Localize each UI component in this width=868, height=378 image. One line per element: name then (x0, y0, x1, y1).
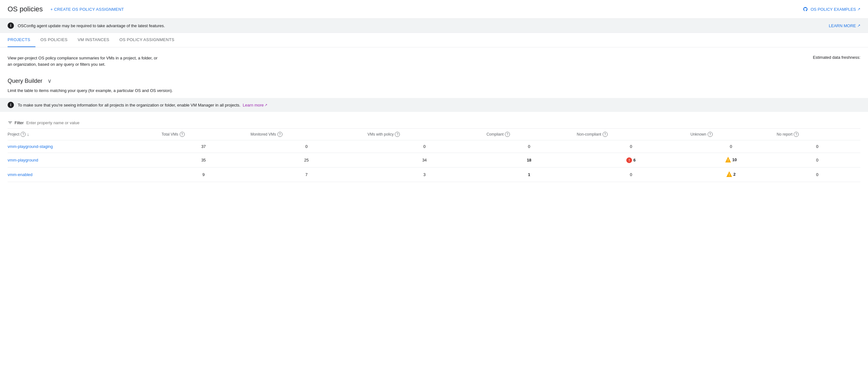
warning-badge: ! 2 (726, 171, 736, 177)
cell-unknown: ! 2 (688, 168, 774, 182)
page-title: OS policies (8, 5, 43, 13)
tabs-container: PROJECTS OS POLICIES VM INSTANCES OS POL… (0, 33, 868, 47)
cell-non-compliant: 0 (574, 140, 688, 153)
info-icon-secondary: i (8, 102, 14, 108)
cell-vms-with-policy: 34 (365, 153, 484, 168)
secondary-banner-text: To make sure that you're seeing informat… (18, 103, 267, 107)
table-row: vmm-enabled97310! 20 (8, 168, 860, 182)
th-monitored-vms: Monitored VMs ? (248, 129, 365, 140)
filter-icon (8, 120, 13, 125)
project-link[interactable]: vmm-playground (8, 158, 38, 163)
description-text: View per-project OS policy compliance su… (8, 55, 159, 67)
cell-monitored-vms: 25 (248, 153, 365, 168)
banner-text: OSConfig agent update may be required to… (18, 23, 829, 28)
filter-input[interactable] (26, 121, 860, 125)
cell-monitored-vms: 7 (248, 168, 365, 182)
header-right: OS POLICY EXAMPLES ↗ (803, 7, 860, 12)
info-icon: i (8, 23, 14, 29)
cell-project: vmm-playground-staging (8, 140, 159, 153)
query-builder-title: Query Builder (8, 78, 42, 84)
cell-no-report: 0 (774, 168, 860, 182)
cell-monitored-vms: 0 (248, 140, 365, 153)
main-content: View per-project OS policy compliance su… (0, 47, 868, 182)
help-icon-vms-with-policy[interactable]: ? (395, 132, 400, 137)
description-row: View per-project OS policy compliance su… (8, 55, 860, 67)
query-builder-header[interactable]: Query Builder ∨ (8, 75, 860, 87)
help-icon-total-vms[interactable]: ? (180, 132, 185, 137)
tab-projects[interactable]: PROJECTS (8, 33, 35, 47)
data-table: Project ? ↓ Total VMs ? Monitored VMs ? (8, 129, 860, 182)
query-builder-section: Query Builder ∨ Limit the table to items… (8, 75, 860, 93)
cell-total-vms: 35 (159, 153, 248, 168)
cell-no-report: 0 (774, 153, 860, 168)
tab-os-policies[interactable]: OS POLICIES (35, 33, 73, 47)
cell-vms-with-policy: 0 (365, 140, 484, 153)
th-total-vms: Total VMs ? (159, 129, 248, 140)
th-no-report: No report ? (774, 129, 860, 140)
external-link-icon: ↗ (857, 7, 860, 11)
warning-badge: ! 10 (725, 157, 737, 163)
help-icon-no-report[interactable]: ? (794, 132, 799, 137)
github-icon (803, 7, 808, 12)
cell-non-compliant: ! 6 (574, 153, 688, 168)
cell-total-vms: 9 (159, 168, 248, 182)
table-row: vmm-playground35253418! 6! 100 (8, 153, 860, 168)
tab-vm-instances[interactable]: VM INSTANCES (72, 33, 114, 47)
cell-unknown: 0 (688, 140, 774, 153)
cell-non-compliant: 0 (574, 168, 688, 182)
query-builder-subtitle: Limit the table to items matching your q… (8, 88, 860, 93)
secondary-info-banner: i To make sure that you're seeing inform… (0, 98, 868, 112)
project-link[interactable]: vmm-playground-staging (8, 144, 53, 149)
create-os-policy-button[interactable]: + CREATE OS POLICY ASSIGNMENT (50, 7, 124, 12)
chevron-down-icon: ∨ (48, 77, 52, 84)
os-policy-examples-link[interactable]: OS POLICY EXAMPLES ↗ (803, 7, 860, 12)
table-row: vmm-playground-staging37000000 (8, 140, 860, 153)
th-project: Project ? ↓ (8, 129, 159, 140)
project-link[interactable]: vmm-enabled (8, 172, 33, 177)
cell-compliant: 1 (484, 168, 574, 182)
cell-project: vmm-enabled (8, 168, 159, 182)
th-compliant: Compliant ? (484, 129, 574, 140)
filter-row: Filter (8, 117, 860, 129)
help-icon-unknown[interactable]: ? (708, 132, 713, 137)
sort-icon-project[interactable]: ↓ (27, 132, 29, 137)
cell-project: vmm-playground (8, 153, 159, 168)
external-link-icon: ↗ (857, 23, 860, 28)
cell-vms-with-policy: 3 (365, 168, 484, 182)
help-icon-compliant[interactable]: ? (505, 132, 510, 137)
data-freshness-label: Estimated data freshness: (813, 55, 860, 60)
table-header-row: Project ? ↓ Total VMs ? Monitored VMs ? (8, 129, 860, 140)
help-icon-monitored-vms[interactable]: ? (277, 132, 282, 137)
th-unknown: Unknown ? (688, 129, 774, 140)
filter-label-group: Filter (8, 120, 24, 125)
learn-more-inline-link[interactable]: Learn more ↗ (243, 103, 267, 107)
page-header: OS policies + CREATE OS POLICY ASSIGNMEN… (0, 0, 868, 19)
top-info-banner: i OSConfig agent update may be required … (0, 19, 868, 33)
learn-more-link[interactable]: LEARN MORE ↗ (829, 23, 860, 28)
help-icon-non-compliant[interactable]: ? (602, 132, 608, 137)
help-icon-project[interactable]: ? (21, 132, 26, 137)
filter-label: Filter (14, 121, 24, 125)
cell-compliant: 18 (484, 153, 574, 168)
external-link-icon-inline: ↗ (265, 103, 267, 107)
tab-os-policy-assignments[interactable]: OS POLICY ASSIGNMENTS (115, 33, 180, 47)
cell-no-report: 0 (774, 140, 860, 153)
cell-unknown: ! 10 (688, 153, 774, 168)
cell-compliant: 0 (484, 140, 574, 153)
th-non-compliant: Non-compliant ? (574, 129, 688, 140)
th-vms-with-policy: VMs with policy ? (365, 129, 484, 140)
cell-total-vms: 37 (159, 140, 248, 153)
error-badge: ! 6 (626, 158, 636, 163)
